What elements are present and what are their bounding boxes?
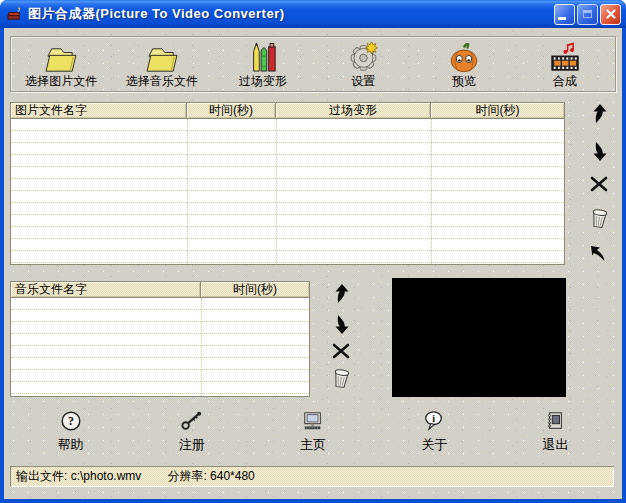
table-row: [11, 382, 309, 394]
close-icon: [605, 8, 617, 20]
column-header-transition[interactable]: 过场变形: [276, 103, 431, 118]
table-row: [11, 251, 564, 263]
preview-pane: [392, 278, 566, 397]
toolbar-label: 设置: [351, 75, 375, 88]
svg-text:?: ?: [68, 414, 74, 428]
table-row: [11, 239, 564, 251]
picture-list-actions: [586, 104, 612, 264]
column-separator: [201, 298, 202, 396]
status-resolution: 分辨率: 640*480: [167, 468, 254, 485]
music-list: 音乐文件名字 时间(秒): [10, 281, 310, 397]
nav-label: 退出: [542, 436, 568, 454]
toolbar-button-transitions[interactable]: 过场变形: [212, 37, 313, 91]
pumpkin-icon: [446, 40, 482, 74]
monitor-icon: [302, 410, 324, 432]
arrow-up-icon: [591, 104, 607, 124]
film-music-icon: [550, 40, 580, 74]
toolbar-button-preview[interactable]: 预览: [414, 37, 515, 91]
picture-move-down-button[interactable]: [588, 139, 610, 159]
toolbar-button-compose[interactable]: 合成: [514, 37, 615, 91]
column-separator: [276, 119, 277, 264]
minimize-icon: [558, 17, 566, 20]
bottom-nav: ? 帮助 注册: [10, 408, 616, 456]
table-row: [11, 179, 564, 191]
help-icon: ?: [60, 410, 82, 432]
arrow-down-icon: [333, 311, 349, 334]
table-row: [11, 119, 564, 131]
column-header-music-time[interactable]: 时间(秒): [201, 282, 309, 297]
info-bubble-icon: i: [423, 410, 445, 432]
picture-edit-button[interactable]: [588, 244, 610, 264]
music-clear-all-button[interactable]: [330, 370, 352, 390]
help-button[interactable]: ? 帮助: [10, 408, 131, 456]
music-delete-button[interactable]: [330, 341, 352, 361]
delete-x-icon: [590, 176, 608, 192]
picture-list-body[interactable]: [10, 119, 565, 265]
toolbar-button-select-pictures[interactable]: 选择图片文件: [11, 37, 112, 91]
table-row: [11, 334, 309, 346]
gear-icon: [346, 40, 380, 74]
table-row: [11, 167, 564, 179]
table-row: [11, 143, 564, 155]
key-icon: [180, 410, 204, 432]
app-icon: [7, 6, 23, 22]
status-output-file: 输出文件: c:\photo.wmv: [16, 468, 141, 485]
trash-icon: [330, 367, 351, 392]
column-header-time[interactable]: 时间(秒): [187, 103, 276, 118]
toolbar-label: 选择图片文件: [25, 75, 97, 88]
table-row: [11, 346, 309, 358]
music-list-body[interactable]: [10, 298, 310, 397]
folder-icon: [44, 40, 78, 74]
table-row: [11, 298, 309, 310]
status-bar: 输出文件: c:\photo.wmv 分辨率: 640*480: [10, 466, 614, 487]
register-button[interactable]: 注册: [131, 408, 252, 456]
column-separator: [431, 119, 432, 264]
client-area: 选择图片文件 选择音乐文件: [4, 28, 622, 499]
music-move-up-button[interactable]: [330, 284, 352, 304]
trash-icon: [588, 206, 609, 231]
title-bar[interactable]: 图片合成器(Picture To Video Converter): [0, 0, 626, 28]
column-separator: [187, 119, 188, 264]
toolbar-button-select-music[interactable]: 选择音乐文件: [112, 37, 213, 91]
svg-text:i: i: [432, 413, 435, 424]
window-controls: [554, 4, 621, 25]
picture-list-header: 图片文件名字 时间(秒) 过场变形 时间(秒): [10, 102, 565, 119]
close-button[interactable]: [600, 4, 621, 25]
column-header-music-file[interactable]: 音乐文件名字: [11, 282, 201, 297]
picture-move-up-button[interactable]: [588, 104, 610, 124]
table-row: [11, 155, 564, 167]
minimize-button[interactable]: [554, 4, 575, 25]
table-row: [11, 370, 309, 382]
music-list-header: 音乐文件名字 时间(秒): [10, 281, 310, 298]
picture-list: 图片文件名字 时间(秒) 过场变形 时间(秒): [10, 102, 565, 265]
maximize-button[interactable]: [577, 4, 598, 25]
music-list-actions: [328, 284, 354, 390]
arrow-down-icon: [591, 138, 607, 161]
toolbar-label: 过场变形: [239, 75, 287, 88]
music-move-down-button[interactable]: [330, 313, 352, 333]
diagonal-arrow-icon: [590, 245, 608, 263]
arrow-up-icon: [333, 284, 349, 304]
table-row: [11, 227, 564, 239]
folder-icon: [145, 40, 179, 74]
picture-clear-all-button[interactable]: [588, 209, 610, 229]
toolbar-button-settings[interactable]: 设置: [313, 37, 414, 91]
table-row: [11, 203, 564, 215]
toolbar-label: 预览: [452, 75, 476, 88]
table-row: [11, 322, 309, 334]
nav-label: 帮助: [58, 436, 84, 454]
window-title: 图片合成器(Picture To Video Converter): [28, 5, 554, 23]
nav-label: 主页: [300, 436, 326, 454]
exit-button[interactable]: 退出: [495, 408, 616, 456]
picture-delete-button[interactable]: [588, 174, 610, 194]
notebook-icon: [545, 410, 565, 432]
column-header-picture-file[interactable]: 图片文件名字: [11, 103, 187, 118]
pencils-icon: [248, 40, 278, 74]
maximize-icon: [583, 10, 592, 18]
homepage-button[interactable]: 主页: [252, 408, 373, 456]
column-header-transition-time[interactable]: 时间(秒): [431, 103, 564, 118]
delete-x-icon: [332, 343, 350, 359]
about-button[interactable]: i 关于: [374, 408, 495, 456]
table-row: [11, 131, 564, 143]
toolbar-label: 选择音乐文件: [126, 75, 198, 88]
